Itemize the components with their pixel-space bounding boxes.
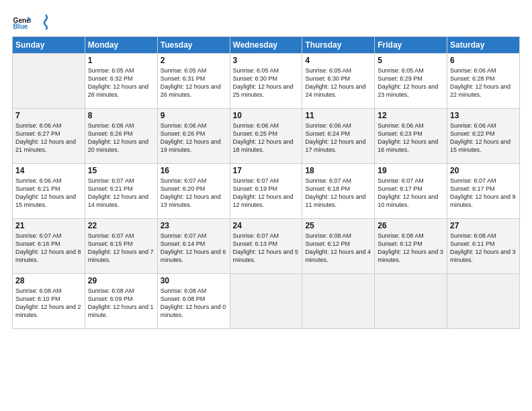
day-info: Sunrise: 6:07 AMSunset: 6:13 PMDaylight:… [233,232,300,265]
day-cell: 6 Sunrise: 6:06 AMSunset: 6:28 PMDayligh… [447,54,520,109]
day-info: Sunrise: 6:06 AMSunset: 6:28 PMDaylight:… [450,66,517,99]
col-header-monday: Monday [85,37,157,54]
day-number: 15 [88,166,154,175]
week-row-5: 28 Sunrise: 6:08 AMSunset: 6:10 PMDaylig… [13,274,520,329]
calendar-table: SundayMondayTuesdayWednesdayThursdayFrid… [12,36,520,329]
day-cell: 20 Sunrise: 6:07 AMSunset: 6:17 PMDaylig… [447,164,520,219]
day-cell: 5 Sunrise: 6:05 AMSunset: 6:29 PMDayligh… [375,54,447,109]
day-number: 16 [161,166,227,175]
day-info: Sunrise: 6:07 AMSunset: 6:17 PMDaylight:… [450,177,517,210]
day-info: Sunrise: 6:08 AMSunset: 6:08 PMDaylight:… [161,287,227,320]
day-cell: 17 Sunrise: 6:07 AMSunset: 6:19 PMDaylig… [230,164,302,219]
day-info: Sunrise: 6:08 AMSunset: 6:12 PMDaylight:… [305,232,371,265]
day-info: Sunrise: 6:07 AMSunset: 6:19 PMDaylight:… [233,177,300,210]
day-number: 6 [450,56,517,65]
header-row: SundayMondayTuesdayWednesdayThursdayFrid… [13,37,520,54]
day-number: 9 [161,111,227,120]
day-info: Sunrise: 6:07 AMSunset: 6:17 PMDaylight:… [378,177,444,210]
day-cell: 2 Sunrise: 6:05 AMSunset: 6:31 PMDayligh… [157,54,230,109]
day-cell: 4 Sunrise: 6:05 AMSunset: 6:30 PMDayligh… [302,54,375,109]
day-number: 4 [305,56,371,65]
day-number: 11 [305,111,371,120]
day-cell: 13 Sunrise: 6:06 AMSunset: 6:22 PMDaylig… [447,109,520,164]
day-number: 7 [15,111,82,120]
day-info: Sunrise: 6:08 AMSunset: 6:11 PMDaylight:… [450,232,517,265]
day-cell: 7 Sunrise: 6:06 AMSunset: 6:27 PMDayligh… [13,109,85,164]
day-number: 18 [305,166,371,175]
day-cell: 24 Sunrise: 6:07 AMSunset: 6:13 PMDaylig… [230,219,302,274]
day-cell: 22 Sunrise: 6:07 AMSunset: 6:15 PMDaylig… [85,219,157,274]
day-cell [230,274,302,329]
day-cell: 28 Sunrise: 6:08 AMSunset: 6:10 PMDaylig… [13,274,85,329]
day-cell: 26 Sunrise: 6:08 AMSunset: 6:12 PMDaylig… [375,219,447,274]
day-number: 25 [305,221,371,230]
day-number: 30 [161,276,227,285]
col-header-saturday: Saturday [447,37,520,54]
day-number: 24 [233,221,300,230]
day-info: Sunrise: 6:06 AMSunset: 6:24 PMDaylight:… [305,122,371,154]
day-info: Sunrise: 6:07 AMSunset: 6:16 PMDaylight:… [15,232,82,265]
day-cell: 19 Sunrise: 6:07 AMSunset: 6:17 PMDaylig… [375,164,447,219]
day-cell: 10 Sunrise: 6:06 AMSunset: 6:25 PMDaylig… [230,109,302,164]
day-info: Sunrise: 6:07 AMSunset: 6:21 PMDaylight:… [88,177,154,210]
day-number: 22 [88,221,154,230]
day-cell: 15 Sunrise: 6:07 AMSunset: 6:21 PMDaylig… [85,164,157,219]
day-number: 27 [450,221,517,230]
logo-icon: General Blue [12,12,31,31]
day-info: Sunrise: 6:05 AMSunset: 6:32 PMDaylight:… [88,66,154,99]
day-info: Sunrise: 6:07 AMSunset: 6:15 PMDaylight:… [88,232,154,265]
logo-wave-icon [36,13,48,30]
day-cell [302,274,375,329]
week-row-1: 1 Sunrise: 6:05 AMSunset: 6:32 PMDayligh… [13,54,520,109]
day-number: 5 [378,56,444,65]
col-header-thursday: Thursday [302,37,375,54]
day-cell: 16 Sunrise: 6:07 AMSunset: 6:20 PMDaylig… [157,164,230,219]
day-number: 3 [233,56,300,65]
day-cell: 14 Sunrise: 6:06 AMSunset: 6:21 PMDaylig… [13,164,85,219]
day-cell [375,274,447,329]
day-cell: 11 Sunrise: 6:06 AMSunset: 6:24 PMDaylig… [302,109,375,164]
col-header-wednesday: Wednesday [230,37,302,54]
day-number: 17 [233,166,300,175]
day-number: 8 [88,111,154,120]
day-info: Sunrise: 6:08 AMSunset: 6:12 PMDaylight:… [378,232,444,265]
day-cell: 29 Sunrise: 6:08 AMSunset: 6:09 PMDaylig… [85,274,157,329]
day-info: Sunrise: 6:08 AMSunset: 6:10 PMDaylight:… [15,287,82,320]
day-cell: 25 Sunrise: 6:08 AMSunset: 6:12 PMDaylig… [302,219,375,274]
day-cell [13,54,85,109]
day-cell: 1 Sunrise: 6:05 AMSunset: 6:32 PMDayligh… [85,54,157,109]
day-number: 28 [15,276,82,285]
day-number: 1 [88,56,154,65]
day-cell: 21 Sunrise: 6:07 AMSunset: 6:16 PMDaylig… [13,219,85,274]
col-header-friday: Friday [375,37,447,54]
day-number: 19 [378,166,444,175]
day-info: Sunrise: 6:06 AMSunset: 6:27 PMDaylight:… [15,122,82,154]
day-number: 20 [450,166,517,175]
day-info: Sunrise: 6:05 AMSunset: 6:31 PMDaylight:… [161,66,227,99]
day-number: 29 [88,276,154,285]
day-info: Sunrise: 6:05 AMSunset: 6:30 PMDaylight:… [233,66,300,99]
day-cell: 9 Sunrise: 6:06 AMSunset: 6:26 PMDayligh… [157,109,230,164]
day-cell: 8 Sunrise: 6:06 AMSunset: 6:26 PMDayligh… [85,109,157,164]
day-cell: 27 Sunrise: 6:08 AMSunset: 6:11 PMDaylig… [447,219,520,274]
day-info: Sunrise: 6:06 AMSunset: 6:22 PMDaylight:… [450,122,517,154]
day-cell: 30 Sunrise: 6:08 AMSunset: 6:08 PMDaylig… [157,274,230,329]
day-number: 10 [233,111,300,120]
day-number: 21 [15,221,82,230]
week-row-4: 21 Sunrise: 6:07 AMSunset: 6:16 PMDaylig… [13,219,520,274]
day-number: 2 [161,56,227,65]
day-number: 26 [378,221,444,230]
logo: General Blue [12,12,48,31]
day-number: 13 [450,111,517,120]
day-number: 23 [161,221,227,230]
day-info: Sunrise: 6:06 AMSunset: 6:26 PMDaylight:… [161,122,227,154]
day-info: Sunrise: 6:07 AMSunset: 6:14 PMDaylight:… [161,232,227,265]
week-row-2: 7 Sunrise: 6:06 AMSunset: 6:27 PMDayligh… [13,109,520,164]
day-info: Sunrise: 6:05 AMSunset: 6:29 PMDaylight:… [378,66,444,99]
svg-text:Blue: Blue [13,23,28,30]
day-cell: 12 Sunrise: 6:06 AMSunset: 6:23 PMDaylig… [375,109,447,164]
col-header-tuesday: Tuesday [157,37,230,54]
day-info: Sunrise: 6:06 AMSunset: 6:25 PMDaylight:… [233,122,300,154]
day-cell: 3 Sunrise: 6:05 AMSunset: 6:30 PMDayligh… [230,54,302,109]
page: General Blue SundayMondayTuesdayWednesda… [0,0,532,411]
